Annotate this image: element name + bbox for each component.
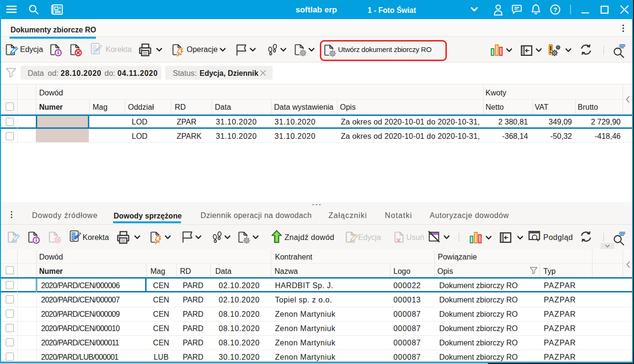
svg-text:?: ? [553, 6, 557, 13]
